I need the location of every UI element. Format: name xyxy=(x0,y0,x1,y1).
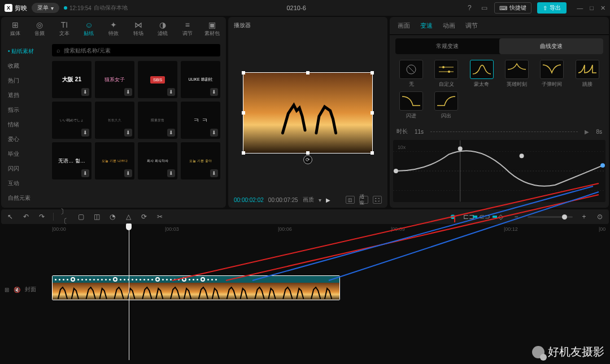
speed-keyframe-icon[interactable] xyxy=(182,277,186,282)
asset-tab-转场[interactable]: ⋈转场 xyxy=(127,19,150,39)
menu-button[interactable]: 菜单 ▾ xyxy=(32,3,59,13)
sticker-item[interactable]: 오늘 기분 좋아⬇ xyxy=(181,142,220,179)
rotate-handle-icon[interactable]: ⟳ xyxy=(303,155,312,164)
sticker-item[interactable]: 회사 회식하자⬇ xyxy=(138,142,177,179)
mirror-icon[interactable]: △ xyxy=(124,212,133,221)
split-icon[interactable]: 〕〔 xyxy=(60,212,69,221)
asset-tab-素材包[interactable]: ▣素材包 xyxy=(201,19,224,39)
sticker-item[interactable]: ㅋ ㅋ⬇ xyxy=(181,102,220,139)
mute-icon[interactable]: 🔇 xyxy=(14,287,20,293)
download-icon[interactable]: ⬇ xyxy=(124,169,132,177)
curve-preset-闪进[interactable]: 闪进 xyxy=(395,91,427,120)
speed-keyframe-icon[interactable] xyxy=(155,277,160,282)
zoom-in-icon[interactable]: + xyxy=(580,212,589,221)
asset-tab-音频[interactable]: ◎音频 xyxy=(28,19,52,39)
speed-tab-常规变速[interactable]: 常规变速 xyxy=(395,38,499,54)
sticker-item[interactable]: 猫系女子⬇ xyxy=(95,61,134,98)
category-爱心[interactable]: 爱心 xyxy=(1,132,46,147)
preview-canvas[interactable]: ⟳ xyxy=(243,72,373,154)
sticker-item[interactable]: 限量发售⬇ xyxy=(138,102,177,139)
download-icon[interactable]: ⬇ xyxy=(124,129,132,137)
sticker-item[interactable]: 长长久久⬇ xyxy=(95,102,134,139)
timeline[interactable]: |00:00|00:03|00:06|00:09|00:12|00 ⊞ 🔇 封面 xyxy=(0,225,610,360)
track-toggle-icon[interactable]: ⊞ xyxy=(5,287,9,293)
category-情绪[interactable]: 情绪 xyxy=(1,117,46,132)
delete-right-icon[interactable]: ◫ xyxy=(92,212,101,221)
delete-left-icon[interactable]: ▢ xyxy=(76,212,85,221)
cover-button[interactable]: 封面 xyxy=(25,286,36,293)
curve-preset-英雄时刻[interactable]: 英雄时刻 xyxy=(501,60,533,88)
curve-preset-自定义[interactable]: 自定义 xyxy=(430,60,462,88)
asset-tab-文本[interactable]: TI文本 xyxy=(53,19,76,39)
download-icon[interactable]: ⬇ xyxy=(167,169,175,177)
category-贴纸素材[interactable]: • 贴纸素材 xyxy=(1,44,46,59)
asset-tab-贴纸[interactable]: ☺贴纸 xyxy=(77,19,101,39)
asset-tab-滤镜[interactable]: ◑滤镜 xyxy=(151,19,175,39)
sticker-item[interactable]: 大阪 21⬇ xyxy=(52,61,91,98)
sticker-item[interactable]: 无语… 헐…⬇ xyxy=(52,142,91,179)
category-自然元素[interactable]: 自然元素 xyxy=(1,191,46,205)
minimize-icon[interactable]: — xyxy=(577,5,583,12)
speed-keyframe-icon[interactable] xyxy=(113,277,117,282)
speed-keyframe-icon[interactable] xyxy=(71,277,75,282)
magnet-icon[interactable]: ⊏⊐ xyxy=(464,212,473,221)
download-icon[interactable]: ⬇ xyxy=(210,169,218,177)
download-icon[interactable]: ⬇ xyxy=(210,129,218,137)
download-icon[interactable]: ⬇ xyxy=(81,88,89,96)
sticker-item[interactable]: ULIKE 韩剧社⬇ xyxy=(181,61,220,98)
search-input-wrap[interactable]: ⌕ xyxy=(52,44,220,56)
rotate-icon[interactable]: ⟳ xyxy=(140,212,149,221)
zoom-out-icon[interactable]: − xyxy=(512,212,521,221)
quality-label[interactable]: 画质 xyxy=(303,196,314,204)
mic-icon[interactable]: ⏺ xyxy=(448,212,457,221)
category-指示[interactable]: 指示 xyxy=(1,103,46,117)
category-毕业[interactable]: 毕业 xyxy=(1,147,46,161)
play-icon[interactable]: ▶ xyxy=(326,197,330,203)
asset-tab-调节[interactable]: ≡调节 xyxy=(176,19,199,39)
speed-curve-graph[interactable]: 10x xyxy=(393,140,605,202)
shortcut-button[interactable]: ⌨ 快捷键 xyxy=(494,2,531,14)
linkage-icon[interactable]: ⊂⊃ xyxy=(480,212,489,221)
zoom-slider[interactable] xyxy=(528,216,573,218)
zoom-fit-icon[interactable]: ⊙ xyxy=(595,212,604,221)
sticker-item[interactable]: SBS⬇ xyxy=(138,61,177,98)
curve-preset-蒙太奇[interactable]: 蒙太奇 xyxy=(466,60,498,88)
sticker-item[interactable]: いい眺めでしょ⬇ xyxy=(52,102,91,139)
export-button[interactable]: ⇧ 导出 xyxy=(537,2,567,14)
crop-icon[interactable]: ✂ xyxy=(155,212,164,221)
speed-marker-strip[interactable] xyxy=(53,276,339,283)
download-icon[interactable]: ⬇ xyxy=(167,129,175,137)
fit-button[interactable]: 适应 xyxy=(359,196,368,204)
download-icon[interactable]: ⬇ xyxy=(167,88,175,96)
ratio-icon[interactable]: ◫ xyxy=(346,196,355,204)
curve-preset-跳接[interactable]: 跳接 xyxy=(572,60,603,88)
speed-tab-曲线变速[interactable]: 曲线变速 xyxy=(499,38,603,54)
speed-keyframe-icon[interactable] xyxy=(201,277,205,282)
maximize-icon[interactable]: □ xyxy=(590,5,594,12)
download-icon[interactable]: ⬇ xyxy=(81,169,89,177)
speed-icon[interactable]: ◔ xyxy=(108,212,117,221)
asset-tab-媒体[interactable]: ⊞媒体 xyxy=(3,19,27,39)
video-clip[interactable] xyxy=(52,275,340,300)
timeline-ruler[interactable]: |00:00|00:03|00:06|00:09|00:12|00 xyxy=(0,225,610,236)
download-icon[interactable]: ⬇ xyxy=(81,129,89,137)
download-icon[interactable]: ⬇ xyxy=(124,88,132,96)
category-互动[interactable]: 互动 xyxy=(1,176,46,191)
close-icon[interactable]: ✕ xyxy=(600,5,605,12)
curve-preset-子弹时间[interactable]: 子弹时间 xyxy=(536,60,568,88)
inspector-tab-画面[interactable]: 画面 xyxy=(398,21,410,30)
download-icon[interactable]: ⬇ xyxy=(210,88,218,96)
help-icon[interactable]: ? xyxy=(465,3,474,12)
playhead[interactable] xyxy=(129,225,129,360)
category-闪闪[interactable]: 闪闪 xyxy=(1,161,46,176)
inspector-tab-动画[interactable]: 动画 xyxy=(443,21,455,30)
redo-icon[interactable]: ↷ xyxy=(37,212,46,221)
curve-preset-无[interactable]: 无 xyxy=(395,60,427,88)
category-收藏[interactable]: 收藏 xyxy=(1,59,46,73)
layout-icon[interactable]: ▭ xyxy=(480,3,489,12)
search-input[interactable] xyxy=(64,47,216,54)
undo-icon[interactable]: ↶ xyxy=(21,212,30,221)
chevron-down-icon[interactable]: ▾ xyxy=(319,197,321,203)
inspector-tab-调节[interactable]: 调节 xyxy=(465,21,478,30)
fullscreen-icon[interactable]: ⛶ xyxy=(373,196,382,204)
